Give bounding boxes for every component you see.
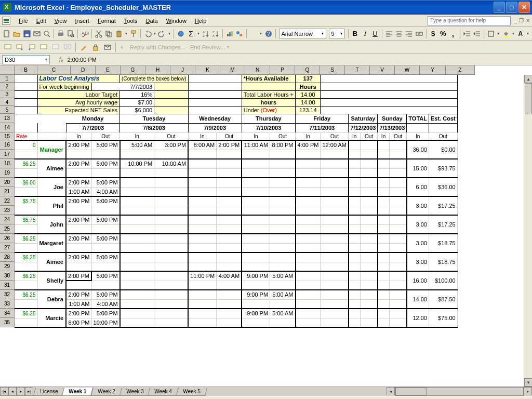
row-header[interactable]: 30 bbox=[0, 271, 15, 281]
fill-color-button[interactable] bbox=[501, 28, 510, 39]
currency-button[interactable]: $ bbox=[428, 28, 437, 39]
sheet-tab[interactable]: Week 2 bbox=[91, 388, 122, 396]
menu-edit[interactable]: Edit bbox=[32, 16, 50, 25]
window-minimize-button[interactable]: _ bbox=[494, 2, 505, 13]
column-header[interactable]: S bbox=[320, 65, 345, 75]
sheet-tab[interactable]: Week 3 bbox=[119, 388, 150, 396]
chart-wizard-button[interactable] bbox=[225, 28, 234, 39]
hscroll-thumb[interactable] bbox=[395, 388, 427, 395]
scroll-down-button[interactable]: ▼ bbox=[524, 378, 532, 387]
bold-button[interactable]: B bbox=[350, 28, 360, 39]
name-box[interactable]: D30 ▾ bbox=[2, 55, 50, 64]
print-preview-button[interactable] bbox=[66, 28, 75, 39]
paste-dropdown[interactable]: ▾ bbox=[124, 31, 128, 36]
protect-button[interactable] bbox=[90, 42, 101, 53]
percent-button[interactable]: % bbox=[438, 28, 448, 39]
column-header[interactable]: C bbox=[37, 65, 71, 75]
column-header[interactable]: J bbox=[170, 65, 195, 75]
select-all-corner[interactable] bbox=[0, 65, 15, 75]
column-header[interactable]: B bbox=[15, 65, 37, 75]
italic-button[interactable]: I bbox=[361, 28, 370, 39]
row-header[interactable]: 21 bbox=[0, 187, 15, 196]
column-header[interactable]: W bbox=[395, 65, 420, 75]
sheet-tab[interactable]: License bbox=[33, 388, 65, 396]
borders-dropdown[interactable]: ▾ bbox=[496, 31, 500, 36]
paste-button[interactable] bbox=[114, 28, 123, 39]
menu-help[interactable]: Help bbox=[191, 16, 211, 25]
column-header[interactable]: E bbox=[96, 65, 121, 75]
fx-icon[interactable]: fx bbox=[59, 56, 63, 63]
tab-prev-button[interactable]: ◂ bbox=[8, 387, 17, 396]
redo-button[interactable] bbox=[157, 28, 167, 39]
redo-dropdown[interactable]: ▾ bbox=[167, 31, 171, 36]
row-header[interactable]: 2 bbox=[0, 83, 15, 90]
doc-restore-button[interactable]: ❐ bbox=[519, 18, 524, 23]
save-button[interactable] bbox=[22, 28, 31, 39]
align-center-button[interactable] bbox=[394, 28, 404, 39]
column-header[interactable]: D bbox=[71, 65, 96, 75]
spelling-button[interactable]: ABC bbox=[80, 28, 89, 39]
open-button[interactable] bbox=[12, 28, 21, 39]
row-header[interactable]: 24 bbox=[0, 215, 15, 224]
align-left-button[interactable] bbox=[384, 28, 394, 39]
row-header[interactable]: 25 bbox=[0, 224, 15, 234]
undo-button[interactable] bbox=[143, 28, 152, 39]
row-header[interactable]: 20 bbox=[0, 178, 15, 187]
search-button[interactable] bbox=[42, 28, 51, 39]
sort-asc-button[interactable]: AZ bbox=[201, 28, 210, 39]
font-size-combo[interactable]: 9▾ bbox=[329, 29, 345, 38]
scroll-left-button[interactable]: ◂ bbox=[387, 387, 395, 395]
comment-prev-button[interactable] bbox=[14, 42, 25, 53]
comment-next-button[interactable] bbox=[26, 42, 37, 53]
borders-button[interactable] bbox=[486, 28, 496, 39]
row-header[interactable]: 17 bbox=[0, 150, 15, 159]
decrease-indent-button[interactable] bbox=[462, 28, 472, 39]
email-button[interactable] bbox=[32, 28, 42, 39]
column-header[interactable]: H bbox=[145, 65, 170, 75]
row-headers[interactable]: 1234513141516171819202122232425262728293… bbox=[0, 75, 15, 327]
undo-dropdown[interactable]: ▾ bbox=[153, 31, 157, 36]
column-header[interactable]: T bbox=[345, 65, 370, 75]
row-header[interactable]: 31 bbox=[0, 281, 15, 290]
increase-indent-button[interactable] bbox=[472, 28, 482, 39]
menu-window[interactable]: Window bbox=[162, 16, 191, 25]
column-header[interactable]: M bbox=[220, 65, 245, 75]
fill-dropdown[interactable]: ▾ bbox=[511, 31, 515, 36]
row-header[interactable]: 22 bbox=[0, 196, 15, 206]
row-header[interactable]: 19 bbox=[0, 168, 15, 178]
menu-insert[interactable]: Insert bbox=[71, 16, 94, 25]
autosum-dropdown[interactable]: ▾ bbox=[196, 31, 201, 36]
autosum-button[interactable]: Σ bbox=[186, 28, 195, 39]
sheet-tab[interactable]: Week 5 bbox=[176, 388, 207, 396]
comment-show-button[interactable] bbox=[38, 42, 49, 53]
row-header[interactable]: 3 bbox=[0, 90, 15, 98]
column-header[interactable]: N bbox=[245, 65, 270, 75]
row-header[interactable]: 33 bbox=[0, 299, 15, 309]
column-header[interactable]: Q bbox=[295, 65, 320, 75]
row-header[interactable]: 23 bbox=[0, 206, 15, 215]
column-header[interactable]: Y bbox=[420, 65, 446, 75]
merge-center-button[interactable]: a bbox=[414, 28, 423, 39]
tab-next-button[interactable]: ▸ bbox=[17, 387, 25, 396]
menu-view[interactable]: View bbox=[50, 16, 71, 25]
scroll-right-button[interactable]: ▸ bbox=[524, 387, 532, 395]
hyperlink-button[interactable] bbox=[176, 28, 185, 39]
menu-format[interactable]: Format bbox=[94, 16, 120, 25]
row-header[interactable]: 32 bbox=[0, 290, 15, 299]
row-header[interactable]: 15 bbox=[0, 132, 15, 140]
cut-button[interactable] bbox=[94, 28, 103, 39]
format-painter-button[interactable] bbox=[129, 28, 138, 39]
column-headers[interactable]: BCDEGHJKMNPQSTVWYZ bbox=[15, 65, 475, 75]
zoom-button[interactable] bbox=[249, 28, 258, 39]
comment-insert-button[interactable] bbox=[2, 42, 14, 53]
share-button[interactable] bbox=[102, 42, 113, 53]
column-header[interactable]: Z bbox=[446, 65, 475, 75]
row-header[interactable]: 14 bbox=[0, 123, 15, 132]
underline-button[interactable]: U bbox=[370, 28, 380, 39]
row-header[interactable]: 35 bbox=[0, 318, 15, 327]
column-header[interactable]: G bbox=[121, 65, 145, 75]
doc-minimize-button[interactable]: _ bbox=[514, 18, 517, 23]
font-color-button[interactable]: A bbox=[516, 28, 525, 39]
font-name-combo[interactable]: Arial Narrow▾ bbox=[279, 29, 326, 38]
sort-desc-button[interactable]: ZA bbox=[211, 28, 220, 39]
